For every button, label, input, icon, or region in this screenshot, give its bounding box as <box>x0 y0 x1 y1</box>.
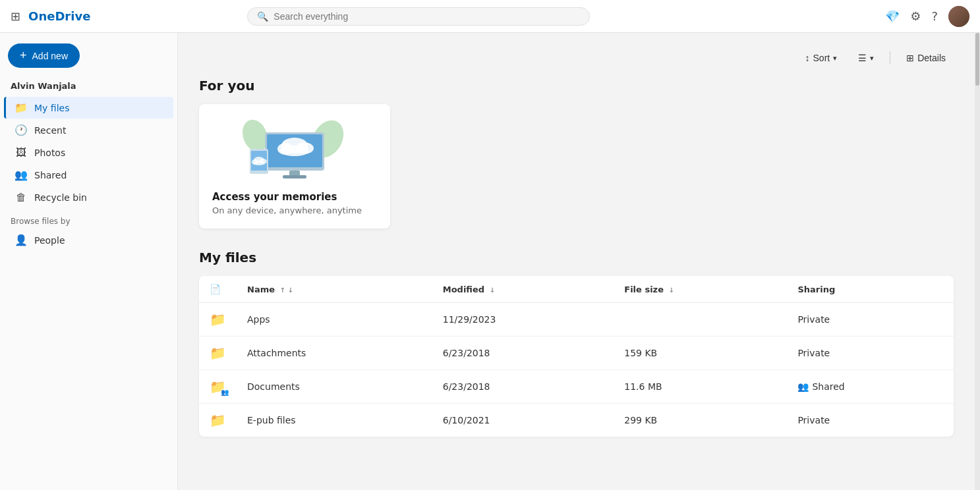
col-sharing-header: Sharing <box>787 276 954 303</box>
folder-icon: 📁 <box>210 412 226 428</box>
filesize-value: 159 KB <box>624 348 657 358</box>
file-name-cell: Apps <box>237 303 432 337</box>
card-visual <box>212 117 377 183</box>
image-icon: 🖼 <box>14 146 28 159</box>
sidebar-item-people[interactable]: 👤 People <box>4 229 173 251</box>
toolbar-row: ↕ Sort ▾ ☰ ▾ ⊞ Details <box>199 49 954 67</box>
filesize-cell: 299 KB <box>614 404 787 437</box>
avatar-image <box>948 6 969 27</box>
sidebar-item-recent[interactable]: 🕐 Recent <box>4 119 173 141</box>
user-name: Alvin Wanjala <box>0 78 177 96</box>
filesize-value: 11.6 MB <box>624 381 662 392</box>
file-icon-cell: 📁 <box>199 404 237 437</box>
file-icon-cell: 📁👥 <box>199 370 237 404</box>
modified-sort-icon[interactable]: ↓ <box>490 286 495 294</box>
modified-cell: 6/23/2018 <box>432 337 614 370</box>
sidebar-item-my-files[interactable]: 📁 My files <box>4 97 173 119</box>
main-content: ↕ Sort ▾ ☰ ▾ ⊞ Details For you <box>178 33 975 490</box>
name-sort-icons[interactable]: ↑ ↓ <box>280 286 293 294</box>
modified-label: Modified <box>443 285 484 294</box>
sharing-value: Private <box>797 314 830 325</box>
sort-button[interactable]: ↕ Sort ▾ <box>797 49 846 67</box>
modified-value: 11/29/2023 <box>443 314 496 325</box>
details-icon: ⊞ <box>906 53 914 63</box>
svg-rect-8 <box>289 171 300 176</box>
sidebar-item-label-shared: Shared <box>34 170 67 180</box>
col-name-header[interactable]: Name ↑ ↓ <box>237 276 432 303</box>
sort-chevron-icon: ▾ <box>833 54 837 63</box>
file-name: Documents <box>247 381 300 392</box>
modified-cell: 6/10/2021 <box>432 404 614 437</box>
filesize-cell: 11.6 MB <box>614 370 787 404</box>
sharing-cell: Private <box>787 337 954 370</box>
search-bar[interactable]: 🔍 <box>247 7 590 26</box>
sidebar-item-photos[interactable]: 🖼 Photos <box>4 142 173 163</box>
premium-icon[interactable]: 💎 <box>885 9 900 23</box>
sort-label: Sort <box>813 53 830 63</box>
sidebar: + Add new Alvin Wanjala 📁 My files 🕐 Rec… <box>0 33 178 490</box>
table-row[interactable]: 📁 E-pub files 6/10/2021 299 KB Private <box>199 404 954 437</box>
card-subtitle: On any device, anywhere, anytime <box>212 205 377 215</box>
right-scrollbar[interactable] <box>975 33 980 490</box>
sidebar-item-label-recycle-bin: Recycle bin <box>34 192 87 203</box>
my-files-section: My files 📄 Name ↑ ↓ Modified ↓ <box>199 250 954 437</box>
svg-point-15 <box>253 161 265 165</box>
memories-card[interactable]: Access your memories On any device, anyw… <box>199 104 390 229</box>
sidebar-item-label-recent: Recent <box>34 125 66 136</box>
view-button[interactable]: ☰ ▾ <box>850 49 882 67</box>
topbar-right: 💎 ⚙ ? <box>885 6 969 27</box>
sidebar-item-label-photos: Photos <box>34 148 65 158</box>
col-filesize-header[interactable]: File size ↓ <box>614 276 787 303</box>
view-chevron-icon: ▾ <box>870 54 874 63</box>
svg-point-7 <box>280 146 309 156</box>
sharing-cell: Private <box>787 404 954 437</box>
sharing-text: Shared <box>812 381 844 392</box>
filesize-cell <box>614 303 787 337</box>
modified-cell: 6/23/2018 <box>432 370 614 404</box>
files-table: 📄 Name ↑ ↓ Modified ↓ File size ↓ <box>199 276 954 437</box>
folder-icon: 📁 <box>210 345 226 361</box>
filesize-value: 299 KB <box>624 415 657 425</box>
file-name: E-pub files <box>247 415 296 425</box>
col-modified-header[interactable]: Modified ↓ <box>432 276 614 303</box>
people-icon: 👥 <box>14 169 28 181</box>
table-row[interactable]: 📁👥 Documents 6/23/2018 11.6 MB <box>199 370 954 404</box>
details-button[interactable]: ⊞ Details <box>898 49 954 67</box>
apps-grid-icon[interactable]: ⊞ <box>11 9 20 23</box>
file-name: Attachments <box>247 348 306 358</box>
search-icon: 🔍 <box>257 11 268 22</box>
table-row[interactable]: 📁 Attachments 6/23/2018 159 KB Private <box>199 337 954 370</box>
sidebar-item-shared[interactable]: 👥 Shared <box>4 164 173 186</box>
add-new-button[interactable]: + Add new <box>8 43 80 68</box>
sharing-cell: 👥 Shared <box>787 370 954 404</box>
sharing-value-shared: 👥 Shared <box>797 381 943 392</box>
file-name: Apps <box>247 314 270 325</box>
details-label: Details <box>917 53 946 63</box>
modified-value: 6/10/2021 <box>443 415 490 425</box>
table-row[interactable]: 📁 Apps 11/29/2023 Private <box>199 303 954 337</box>
avatar[interactable] <box>948 6 969 27</box>
svg-rect-9 <box>283 175 306 178</box>
sharing-cell: Private <box>787 303 954 337</box>
filesize-label: File size <box>624 285 664 294</box>
add-new-label: Add new <box>32 51 68 61</box>
modified-cell: 11/29/2023 <box>432 303 614 337</box>
plus-icon: + <box>20 49 27 63</box>
trash-icon: 🗑 <box>14 191 28 204</box>
card-title: Access your memories <box>212 191 377 203</box>
sharing-value: Private <box>797 348 830 358</box>
topbar: ⊞ OneDrive 🔍 💎 ⚙ ? <box>0 0 980 33</box>
file-name-cell: Documents <box>237 370 432 404</box>
filesize-sort-icon[interactable]: ↓ <box>669 286 674 294</box>
scroll-thumb <box>975 33 979 86</box>
search-input[interactable] <box>274 11 580 22</box>
sidebar-item-label-my-files: My files <box>34 103 69 113</box>
layout: + Add new Alvin Wanjala 📁 My files 🕐 Rec… <box>0 33 980 490</box>
sidebar-item-recycle-bin[interactable]: 🗑 Recycle bin <box>4 186 173 208</box>
monitor-illustration <box>242 119 347 182</box>
person-icon: 👤 <box>14 234 28 246</box>
help-icon[interactable]: ? <box>931 9 938 23</box>
folder-icon: 📁 <box>14 101 28 114</box>
settings-icon[interactable]: ⚙ <box>910 9 921 23</box>
file-icon-cell: 📁 <box>199 337 237 370</box>
